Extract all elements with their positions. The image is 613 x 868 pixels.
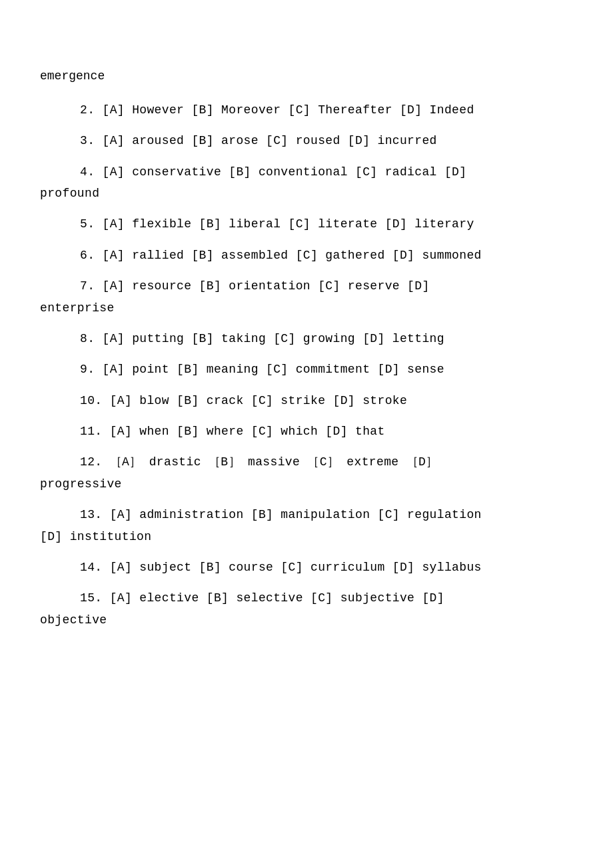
question-block-6: 6. [A] rallied [B] assembled [C] gathere…: [40, 245, 573, 266]
question-line2-4: profound: [40, 183, 573, 204]
question-line1-15: 15. [A] elective [B] selective [C] subje…: [40, 587, 573, 609]
question-line1-12: 12. ［A］ drastic ［B］ massive ［C］ extreme …: [40, 451, 573, 473]
question-line-14: 14. [A] subject [B] course [C] curriculu…: [40, 557, 573, 578]
question-line2-13: [D] institution: [40, 526, 573, 547]
question-line2-15: objective: [40, 609, 573, 631]
question-block-15: 15. [A] elective [B] selective [C] subje…: [40, 587, 573, 631]
question-block-9: 9. [A] point [B] meaning [C] commitment …: [40, 359, 573, 380]
question-line-5: 5. [A] flexible [B] liberal [C] literate…: [40, 213, 573, 235]
intro-text: emergence: [40, 67, 573, 86]
question-block-10: 10. [A] blow [B] crack [C] strike [D] st…: [40, 390, 573, 411]
question-block-12: 12. ［A］ drastic ［B］ massive ［C］ extreme …: [40, 451, 573, 495]
question-block-11: 11. [A] when [B] where [C] which [D] tha…: [40, 421, 573, 442]
question-line-8: 8. [A] putting [B] taking [C] growing [D…: [40, 328, 573, 349]
question-block-3: 3. [A] aroused [B] arose [C] roused [D] …: [40, 130, 573, 151]
question-line-3: 3. [A] aroused [B] arose [C] roused [D] …: [40, 130, 573, 151]
question-line2-7: enterprise: [40, 297, 573, 319]
question-block-2: 2. [A] However [B] Moreover [C] Thereaft…: [40, 99, 573, 121]
question-line-6: 6. [A] rallied [B] assembled [C] gathere…: [40, 245, 573, 266]
question-line-11: 11. [A] when [B] where [C] which [D] tha…: [40, 421, 573, 442]
question-block-5: 5. [A] flexible [B] liberal [C] literate…: [40, 213, 573, 235]
question-line1-13: 13. [A] administration [B] manipulation …: [40, 504, 573, 525]
question-block-7: 7. [A] resource [B] orientation [C] rese…: [40, 275, 573, 319]
page-content: emergence 2. [A] However [B] Moreover [C…: [40, 67, 573, 631]
question-line-9: 9. [A] point [B] meaning [C] commitment …: [40, 359, 573, 380]
question-line1-4: 4. [A] conservative [B] conventional [C]…: [40, 161, 573, 183]
question-line-2: 2. [A] However [B] Moreover [C] Thereaft…: [40, 99, 573, 121]
question-line-10: 10. [A] blow [B] crack [C] strike [D] st…: [40, 390, 573, 411]
question-block-13: 13. [A] administration [B] manipulation …: [40, 504, 573, 547]
question-line2-12: progressive: [40, 473, 573, 495]
question-block-14: 14. [A] subject [B] course [C] curriculu…: [40, 557, 573, 578]
question-line1-7: 7. [A] resource [B] orientation [C] rese…: [40, 275, 573, 297]
questions-list: 2. [A] However [B] Moreover [C] Thereaft…: [40, 99, 573, 631]
question-block-4: 4. [A] conservative [B] conventional [C]…: [40, 161, 573, 205]
question-block-8: 8. [A] putting [B] taking [C] growing [D…: [40, 328, 573, 349]
